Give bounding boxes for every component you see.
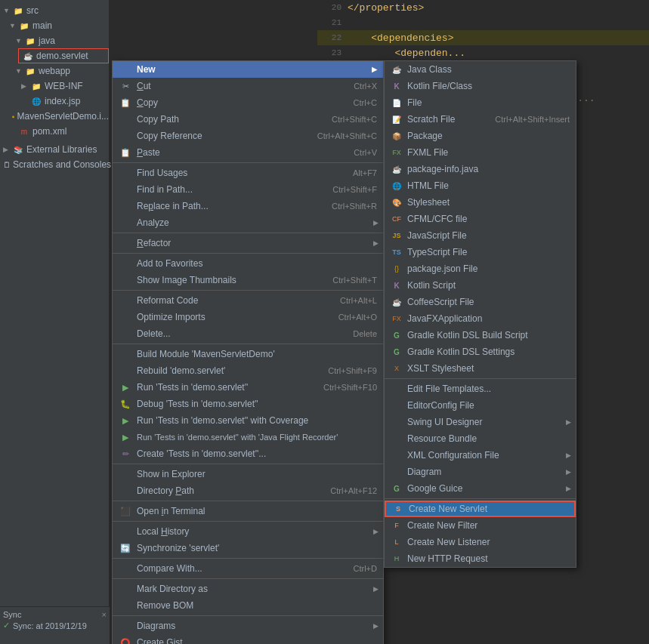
project-tree: ▼ 📁 src ▼ 📁 main ▼ 📁 java ☕ demo.servlet… bbox=[0, 0, 110, 644]
menu-item-copy[interactable]: 📋 Copy Ctrl+C bbox=[113, 94, 383, 111]
copy-ref-icon bbox=[119, 129, 132, 143]
menu-item-replace-path[interactable]: Replace in Path... Ctrl+Shift+R bbox=[113, 198, 383, 214]
menu-item-copy-reference[interactable]: Copy Reference Ctrl+Alt+Shift+C bbox=[113, 128, 383, 144]
tree-item-java[interactable]: ▼ 📁 java bbox=[0, 33, 109, 48]
menu-item-create-gist[interactable]: ⭕ Create Gist... bbox=[113, 634, 383, 644]
submenu-package[interactable]: 📦 Package bbox=[385, 128, 576, 144]
menu-item-find-usages[interactable]: Find Usages Alt+F7 bbox=[113, 165, 383, 181]
menu-item-create-tests[interactable]: ✏ Create 'Tests in 'demo.servlet''... bbox=[113, 445, 383, 462]
compare-icon bbox=[119, 562, 132, 575]
submenu-fxml[interactable]: FX FXML File bbox=[385, 144, 576, 161]
submenu-diagram[interactable]: Diagram bbox=[385, 464, 576, 480]
guice-icon: G bbox=[391, 482, 403, 495]
tree-item-src[interactable]: ▼ 📁 src bbox=[0, 3, 109, 18]
menu-item-mark-directory[interactable]: Mark Directory as bbox=[113, 581, 383, 597]
submenu-swing-ui[interactable]: Swing UI Designer bbox=[385, 414, 576, 430]
submenu-create-listener[interactable]: L Create New Listener bbox=[385, 534, 576, 550]
submenu-package-json[interactable]: {} package.json File bbox=[385, 260, 576, 277]
separator-2 bbox=[113, 233, 383, 233]
menu-item-show-thumbnails[interactable]: Show Image Thumbnails Ctrl+Shift+T bbox=[113, 272, 383, 288]
menu-item-copy-path[interactable]: Copy Path Ctrl+Shift+C bbox=[113, 111, 383, 128]
submenu-xml-config[interactable]: XML Configuration File bbox=[385, 447, 576, 464]
menu-item-new[interactable]: New ▶ bbox=[113, 61, 383, 78]
submenu-scratch[interactable]: 📝 Scratch File Ctrl+Alt+Shift+Insert bbox=[385, 111, 576, 128]
menu-item-rebuild[interactable]: Rebuild 'demo.servlet' Ctrl+Shift+F9 bbox=[113, 362, 383, 379]
new-icon bbox=[119, 63, 132, 76]
submenu-typescript[interactable]: TS TypeScript File bbox=[385, 244, 576, 260]
menu-item-optimize-imports[interactable]: Optimize Imports Ctrl+Alt+O bbox=[113, 309, 383, 325]
submenu-java-class[interactable]: ☕ Java Class bbox=[385, 61, 576, 78]
menu-item-run-jfr[interactable]: ▶ Run 'Tests in 'demo.servlet'' with 'Ja… bbox=[113, 429, 383, 445]
menu-item-run-coverage[interactable]: ▶ Run 'Tests in 'demo.servlet'' with Cov… bbox=[113, 412, 383, 429]
submenu-http-request[interactable]: H New HTTP Request bbox=[385, 550, 576, 567]
menu-item-local-history[interactable]: Local History bbox=[113, 523, 383, 540]
submenu-create-filter[interactable]: F Create New Filter bbox=[385, 517, 576, 534]
submenu-stylesheet[interactable]: 🎨 Stylesheet bbox=[385, 194, 576, 211]
menu-item-add-favorites[interactable]: Add to Favorites bbox=[113, 255, 383, 272]
copy-reference-label: Copy Reference bbox=[137, 131, 302, 141]
submenu-package-info[interactable]: ☕ package-info.java bbox=[385, 161, 576, 177]
gist-icon: ⭕ bbox=[119, 636, 132, 644]
submenu-edit-templates[interactable]: Edit File Templates... bbox=[385, 381, 576, 397]
sync-tab-label[interactable]: Sync bbox=[3, 610, 21, 619]
editor-line-20: 20 </properties> bbox=[317, 0, 649, 15]
submenu-xslt[interactable]: X XSLT Stylesheet bbox=[385, 360, 576, 377]
submenu-resource-bundle[interactable]: Resource Bundle bbox=[385, 430, 576, 447]
tree-item-main[interactable]: ▼ 📁 main bbox=[0, 18, 109, 33]
menu-item-directory-path[interactable]: Directory Path Ctrl+Alt+F12 bbox=[113, 482, 383, 499]
scratches-icon: 🗒 bbox=[3, 159, 11, 171]
menu-item-run-tests[interactable]: ▶ Run 'Tests in 'demo.servlet'' Ctrl+Shi… bbox=[113, 379, 383, 396]
tree-item-external-libs[interactable]: ▶ 📚 External Libraries bbox=[0, 142, 109, 157]
submenu-kotlin-class[interactable]: K Kotlin File/Class bbox=[385, 78, 576, 94]
submenu-create-servlet[interactable]: S Create New Servlet bbox=[385, 501, 576, 517]
xml-config-icon bbox=[391, 449, 403, 461]
submenu-gradle-settings[interactable]: G Gradle Kotlin DSL Settings bbox=[385, 344, 576, 360]
submenu-file[interactable]: 📄 File bbox=[385, 94, 576, 111]
submenu-google-guice[interactable]: G Google Guice bbox=[385, 480, 576, 497]
menu-item-analyze[interactable]: Analyze bbox=[113, 214, 383, 231]
copy-path-icon bbox=[119, 112, 132, 126]
submenu-cfml[interactable]: CF CFML/CFC file bbox=[385, 211, 576, 227]
submenu-javascript[interactable]: JS JavaScript File bbox=[385, 227, 576, 244]
menu-new-label: New bbox=[137, 64, 372, 75]
sync-close-button[interactable]: × bbox=[102, 610, 107, 619]
editor-line-23: 23 <dependen... bbox=[317, 45, 649, 60]
tree-item-iml[interactable]: ▪ MavenServletDemo.i... bbox=[0, 109, 109, 124]
menu-item-open-terminal[interactable]: ⬛ Open in Terminal bbox=[113, 503, 383, 519]
menu-item-synchronize[interactable]: 🔄 Synchronize 'servlet' bbox=[113, 540, 383, 556]
tree-item-index-jsp[interactable]: 🌐 index.jsp bbox=[0, 94, 109, 109]
tree-item-demo-servlet[interactable]: ☕ demo.servlet bbox=[18, 48, 109, 63]
menu-item-show-explorer[interactable]: Show in Explorer bbox=[113, 466, 383, 482]
menu-item-refactor[interactable]: Refactor bbox=[113, 235, 383, 251]
menu-item-diagrams[interactable]: Diagrams bbox=[113, 618, 383, 634]
menu-item-delete[interactable]: Delete... Delete bbox=[113, 325, 383, 342]
menu-item-cut[interactable]: ✂ Cut Ctrl+X bbox=[113, 78, 383, 94]
tree-item-webinf[interactable]: ▶ 📁 WEB-INF bbox=[0, 79, 109, 94]
tree-item-scratches[interactable]: 🗒 Scratches and Consoles bbox=[0, 157, 109, 172]
submenu-editorconfig[interactable]: EditorConfig File bbox=[385, 397, 576, 414]
menu-item-find-path[interactable]: Find in Path... Ctrl+Shift+F bbox=[113, 181, 383, 198]
menu-item-compare-with[interactable]: Compare With... Ctrl+D bbox=[113, 560, 383, 577]
tree-item-pom[interactable]: m pom.xml bbox=[0, 124, 109, 139]
separator-4 bbox=[113, 290, 383, 291]
submenu-javafx[interactable]: FX JavaFXApplication bbox=[385, 310, 576, 327]
reformat-icon bbox=[119, 294, 132, 307]
submenu-kotlin-script[interactable]: K Kotlin Script bbox=[385, 277, 576, 294]
submenu-gradle-build[interactable]: G Gradle Kotlin DSL Build Script bbox=[385, 327, 576, 344]
tree-item-webapp[interactable]: ▼ 📁 webapp bbox=[0, 63, 109, 79]
file-icon: 📄 bbox=[391, 97, 403, 109]
submenu-html[interactable]: 🌐 HTML File bbox=[385, 177, 576, 194]
menu-item-debug-tests[interactable]: 🐛 Debug 'Tests in 'demo.servlet'' bbox=[113, 396, 383, 412]
editor-line-21: 21 bbox=[317, 15, 649, 30]
kotlin-class-icon: K bbox=[391, 80, 403, 92]
cfml-icon: CF bbox=[391, 213, 403, 225]
run-icon: ▶ bbox=[119, 381, 132, 394]
filter-icon: F bbox=[391, 519, 403, 532]
menu-item-remove-bom[interactable]: Remove BOM bbox=[113, 597, 383, 614]
menu-item-reformat[interactable]: Reformat Code Ctrl+Alt+L bbox=[113, 292, 383, 309]
submenu-coffeescript[interactable]: ☕ CoffeeScript File bbox=[385, 294, 576, 310]
menu-item-paste[interactable]: 📋 Paste Ctrl+V bbox=[113, 144, 383, 161]
editor-line-22: 22 <dependencies> bbox=[317, 30, 649, 45]
menu-item-build-module[interactable]: Build Module 'MavenServletDemo' bbox=[113, 346, 383, 362]
xslt-icon: X bbox=[391, 362, 403, 374]
